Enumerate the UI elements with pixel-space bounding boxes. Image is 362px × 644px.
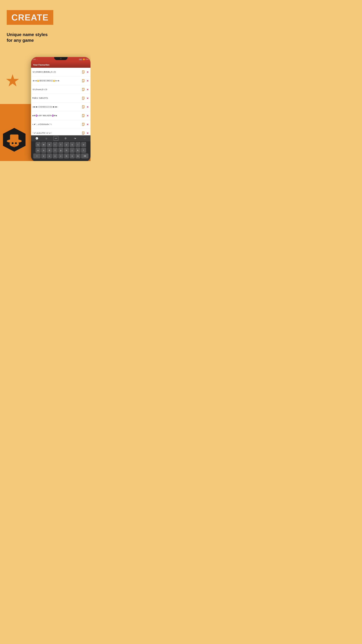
create-banner: CREATE [7, 10, 53, 25]
battery-text: 37% [85, 58, 88, 60]
key-x[interactable]: x [47, 154, 52, 158]
key-v[interactable]: v [58, 154, 63, 158]
status-right: WiFi 📶 37% [79, 58, 88, 60]
fav-name-5: □■□■□ⒾⓄⓃⒺⓁⒾⒶ□■□■□ [32, 106, 81, 108]
key-h[interactable]: h [64, 148, 69, 153]
phone-frame: 1:25 ⌄ WiFi 📶 37% Your Favourites ꧁☆彡RØC… [31, 57, 90, 161]
key-t[interactable]: t5 [58, 142, 63, 147]
key-q[interactable]: q1 [35, 142, 40, 147]
key-d[interactable]: d [47, 148, 52, 153]
header-title: Your Favourites [33, 64, 49, 66]
status-time: 1:25 [33, 58, 36, 60]
keyboard-rows: q1 w2 e3 r4 t5 y6 u7 i8 o9 a s d f g h j… [31, 142, 90, 158]
copy-button-8[interactable] [81, 131, 85, 135]
copy-button-1[interactable] [81, 70, 85, 74]
key-k[interactable]: k [75, 148, 80, 153]
subtitle-line2: for any game [7, 38, 48, 43]
copy-button-2[interactable] [81, 79, 85, 83]
key-y[interactable]: y6 [64, 142, 69, 147]
svg-rect-2 [10, 134, 18, 142]
fav-item-8[interactable]: ♡o°.oLILLITH♡o°.o♡✕ [31, 129, 90, 135]
key-w[interactable]: w2 [41, 142, 46, 147]
delete-button-7[interactable]: ✕ [86, 123, 89, 126]
fav-item-6[interactable]: ♣☢♒•JAY WALKER•♒☢♣✕ [31, 111, 90, 120]
key-c[interactable]: c [53, 154, 58, 158]
settings-icon[interactable]: ⚙ [63, 136, 68, 141]
copy-button-3[interactable] [81, 88, 85, 92]
fav-name-2: ◄•◄👑ⓂⒶⓃⒾⓂⒶⓁ👑►•► [32, 80, 81, 82]
fav-name-8: ♡o°.oLILLITH♡o°.o♡ [32, 132, 81, 134]
key-u[interactable]: u7 [70, 142, 75, 147]
key-g[interactable]: g [58, 148, 63, 153]
keyboard-area: G ☺ GIF ⚙ G▶ ··· q1 w2 e3 r4 t5 y6 u7 i8… [31, 135, 90, 161]
copy-button-7[interactable] [81, 122, 85, 126]
fav-name-3: ꧁☆彡sumi彡☆꧂ [32, 88, 81, 91]
copy-button-6[interactable] [81, 114, 85, 118]
signal-icon: 📶 [83, 58, 85, 60]
keyboard-row-1: q1 w2 e3 r4 t5 y6 u7 i8 o9 [32, 142, 90, 147]
copy-button-5[interactable] [81, 105, 85, 109]
fav-item-5[interactable]: □■□■□ⒾⓄⓃⒺⓁⒾⒶ□■□■□✕ [31, 103, 90, 111]
key-f[interactable]: f [53, 148, 58, 153]
google-icon[interactable]: G [34, 136, 39, 141]
keyboard-row-3: ⇧ z x c v b n m ⌫ [32, 154, 90, 158]
key-l[interactable]: l [81, 148, 86, 153]
svg-point-6 [13, 145, 16, 147]
key-j[interactable]: j [70, 148, 75, 153]
more-icon[interactable]: ··· [82, 136, 87, 141]
copy-button-4[interactable] [81, 96, 85, 100]
delete-button-3[interactable]: ✕ [86, 88, 89, 91]
favourites-list: ꧁☆彡RØCK ɆNRØL彡☆꧂✕◄•◄👑ⓂⒶⓃⒾⓂⒶⓁ👑►•►✕꧁☆彡sumi… [31, 68, 90, 135]
key-i[interactable]: i8 [75, 142, 80, 147]
wifi-label: WiFi [79, 59, 82, 60]
fav-item-1[interactable]: ꧁☆彡RØCK ɆNRØL彡☆꧂✕ [31, 68, 90, 76]
mascot-logo [2, 128, 26, 151]
delete-button-4[interactable]: ✕ [86, 97, 89, 100]
key-a[interactable]: a [35, 148, 40, 153]
fav-name-7: •.★*...crΣiGhhtoN•.*☆ [32, 123, 81, 126]
app-header: Your Favourites [31, 62, 90, 68]
key-m[interactable]: m [75, 154, 80, 158]
key-z[interactable]: z [41, 154, 46, 158]
star-icon: ★ [5, 72, 20, 89]
key-b[interactable]: b [64, 154, 69, 158]
fav-item-2[interactable]: ◄•◄👑ⓂⒶⓃⒾⓂⒶⓁ👑►•►✕ [31, 76, 90, 85]
svg-point-5 [15, 142, 17, 144]
backspace-key[interactable]: ⌫ [81, 154, 88, 158]
delete-button-2[interactable]: ✕ [86, 79, 89, 82]
shift-key[interactable]: ⇧ [33, 154, 40, 158]
emoji-icon[interactable]: ☺ [44, 136, 49, 141]
fav-item-7[interactable]: •.★*...crΣiGhhtoN•.*☆✕ [31, 120, 90, 129]
fav-name-1: ꧁☆彡RØCK ɆNRØL彡☆꧂ [32, 71, 81, 73]
key-e[interactable]: e3 [47, 142, 52, 147]
gif-icon[interactable]: GIF [54, 136, 58, 141]
delete-button-6[interactable]: ✕ [86, 114, 89, 117]
delete-button-8[interactable]: ✕ [86, 132, 89, 135]
create-title: CREATE [11, 12, 49, 22]
subtitle-block: Unique name styles for any game [7, 32, 48, 43]
svg-point-4 [12, 142, 13, 144]
phone-camera [60, 58, 62, 59]
keyboard-toolbar: G ☺ GIF ⚙ G▶ ··· [31, 135, 90, 142]
key-n[interactable]: n [70, 154, 75, 158]
key-r[interactable]: r4 [53, 142, 58, 147]
keyboard-row-2: a s d f g h j k l [32, 148, 90, 153]
fav-name-6: ♣☢♒•JAY WALKER•♒☢♣ [32, 114, 81, 117]
status-dropdown-icon: ⌄ [36, 58, 38, 60]
svg-text:G: G [36, 138, 37, 139]
delete-button-1[interactable]: ✕ [86, 70, 89, 74]
fav-item-3[interactable]: ꧁☆彡sumi彡☆꧂✕ [31, 85, 90, 94]
key-s[interactable]: s [41, 148, 46, 153]
status-left: 1:25 ⌄ [33, 58, 38, 60]
delete-button-5[interactable]: ✕ [86, 106, 89, 108]
translate-icon[interactable]: G▶ [73, 136, 77, 141]
key-o[interactable]: o9 [81, 142, 86, 147]
subtitle-line1: Unique name styles [7, 32, 48, 38]
fav-name-4: ƤƧÅℳ ℬØℕƐƳ꧂ [32, 97, 81, 99]
fav-item-4[interactable]: ƤƧÅℳ ℬØℕƐƳ꧂✕ [31, 94, 90, 103]
